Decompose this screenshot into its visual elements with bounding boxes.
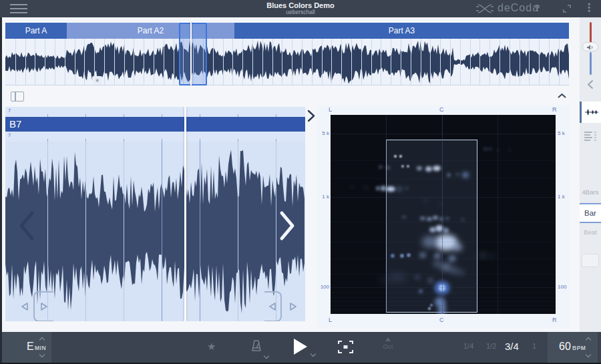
- spectrum-energy-blob: [508, 149, 511, 152]
- part-a-band[interactable]: Part A: [5, 23, 67, 39]
- loop-start-play-icon: [40, 302, 48, 311]
- spectrum-energy-blob: [427, 217, 432, 221]
- detail-wave-panel[interactable]: 7 B7 7: [5, 107, 305, 321]
- volume-slider-lower[interactable]: [590, 52, 592, 75]
- marker-star-button[interactable]: ★: [207, 341, 216, 353]
- key-mode: MIN: [35, 345, 46, 351]
- marker-star-badge[interactable]: ★: [92, 76, 102, 85]
- overview-waveform[interactable]: [5, 39, 569, 85]
- spectrum-energy-blob: [351, 186, 353, 188]
- volume-knob[interactable]: [582, 42, 598, 51]
- focus-loop-icon: [338, 341, 353, 353]
- freq-label-5k-left: 5 k: [322, 130, 329, 136]
- more-options-icon[interactable]: •••: [588, 3, 590, 13]
- zoom-option-bar-selected[interactable]: Bar: [580, 203, 601, 223]
- fullscreen-icon[interactable]: [562, 4, 572, 13]
- timeline-playhead[interactable]: [190, 23, 192, 85]
- spectrum-energy-blob: [394, 155, 397, 158]
- key-up-icon[interactable]: [39, 337, 45, 343]
- spectrum-energy-blob: [447, 173, 451, 177]
- stereo-spectrum-panel[interactable]: L C R 5 k 1 k 100 5 k 1 k 100 L C R: [317, 106, 569, 327]
- pan-label-center-top: C: [439, 106, 444, 113]
- loop-end-bracket[interactable]: [264, 291, 282, 321]
- spectrum-energy-blob: [453, 243, 462, 251]
- speed-option-half[interactable]: 1/2: [486, 342, 496, 350]
- detail-playhead[interactable]: [184, 107, 186, 321]
- metronome-button[interactable]: [251, 339, 262, 352]
- spectrum-energy-blob: [462, 172, 469, 178]
- octave-label: Oct: [378, 343, 398, 350]
- spectrum-energy-blob: [439, 217, 443, 221]
- zoom-option-beat[interactable]: Beat: [580, 228, 601, 236]
- chord-ruler-bottom: 7: [5, 132, 305, 142]
- collapse-sidebar-icon[interactable]: [586, 79, 595, 89]
- pan-label-left-bottom: L: [329, 317, 332, 323]
- layout-toggle-icon[interactable]: [11, 92, 24, 102]
- spectrum-energy-blob: [461, 218, 465, 221]
- bpm-down-icon[interactable]: [586, 352, 591, 357]
- spectrum-energy-blob: [386, 186, 395, 192]
- loop-nudge-left-icon[interactable]: [20, 302, 29, 311]
- chord-bar-b7[interactable]: B7: [5, 117, 305, 132]
- key-down-icon[interactable]: [39, 352, 45, 357]
- window-left-edge: [0, 17, 2, 363]
- timeline-selection-region[interactable]: [179, 23, 207, 85]
- zoom-option-4bars[interactable]: 4Bars: [580, 188, 601, 196]
- speed-option-threequarter-selected[interactable]: 3/4: [505, 341, 519, 352]
- focus-loop-button[interactable]: [338, 341, 353, 353]
- part-a3-band[interactable]: Part A3: [234, 23, 569, 39]
- spectrum-energy-blob: [415, 275, 420, 279]
- spectrum-energy-blob: [428, 278, 433, 283]
- spectrum-energy-blob: [376, 186, 380, 190]
- spectrum-energy-blob: [379, 278, 389, 283]
- lyrics-view-button[interactable]: [580, 127, 601, 146]
- decoda-app-window: Blues Colors Demo ueberschall deCoda ? •…: [0, 0, 601, 364]
- speaker-icon: [586, 44, 594, 51]
- brand-name: deCoda: [497, 2, 539, 14]
- sidebar-empty-slot[interactable]: [582, 254, 599, 267]
- play-options-icon[interactable]: [311, 351, 316, 357]
- octave-control[interactable]: Oct: [378, 337, 398, 350]
- key-selector[interactable]: E MIN: [0, 332, 51, 363]
- metronome-options-icon[interactable]: [264, 353, 269, 359]
- spectrum-energy-blob: [399, 155, 402, 158]
- part-a2-band[interactable]: Part A2: [67, 23, 234, 39]
- loop-nudge-right-icon[interactable]: [288, 302, 298, 311]
- bpm-up-icon[interactable]: [586, 337, 591, 343]
- waveform-view-button[interactable]: [580, 102, 601, 123]
- expand-panel-arrow[interactable]: [307, 110, 316, 122]
- pan-label-center-bottom: C: [439, 317, 444, 323]
- chord-ruler-top: 7: [5, 107, 305, 117]
- play-button[interactable]: [294, 339, 307, 355]
- help-button[interactable]: ?: [534, 3, 540, 13]
- bpm-unit: BPM: [572, 345, 586, 351]
- freq-label-100-left: 100: [321, 284, 329, 290]
- song-overview-timeline[interactable]: Part A Part A2 Part A3 ★: [5, 23, 569, 85]
- bpm-value: 60: [559, 341, 571, 353]
- bar-number-top: 7: [8, 108, 11, 114]
- next-section-arrow[interactable]: [278, 210, 296, 241]
- spectrum-energy-blob: [402, 216, 406, 218]
- transport-bar: E MIN ★ Oct: [0, 332, 601, 364]
- metronome-icon: [251, 339, 262, 352]
- waveform-view-icon: [584, 106, 599, 118]
- spectrum-energy-blob: [489, 254, 495, 258]
- spectrum-energy-blob: [483, 148, 487, 150]
- freq-label-100-right: 100: [558, 284, 566, 290]
- spectrum-energy-blob: [420, 216, 425, 220]
- speed-option-quarter[interactable]: 1/4: [463, 342, 473, 350]
- spectrum-energy-blob: [400, 254, 404, 258]
- speed-option-full[interactable]: 1: [532, 342, 536, 350]
- volume-slider-upper[interactable]: [590, 22, 592, 44]
- collapse-panel-icon[interactable]: [557, 93, 567, 99]
- spectrum-energy-blob: [479, 252, 487, 258]
- loop-start-bracket[interactable]: [33, 291, 53, 321]
- previous-section-arrow[interactable]: [17, 210, 36, 241]
- bpm-selector[interactable]: 60 BPM: [548, 332, 598, 363]
- spectrum-display[interactable]: [331, 115, 556, 314]
- key-value: E: [27, 341, 34, 353]
- spectrum-energy-blob: [434, 253, 441, 258]
- spectrum-energy-blob: [445, 217, 449, 220]
- spectrum-energy-blob: [417, 166, 422, 170]
- octave-up-icon[interactable]: [385, 337, 391, 341]
